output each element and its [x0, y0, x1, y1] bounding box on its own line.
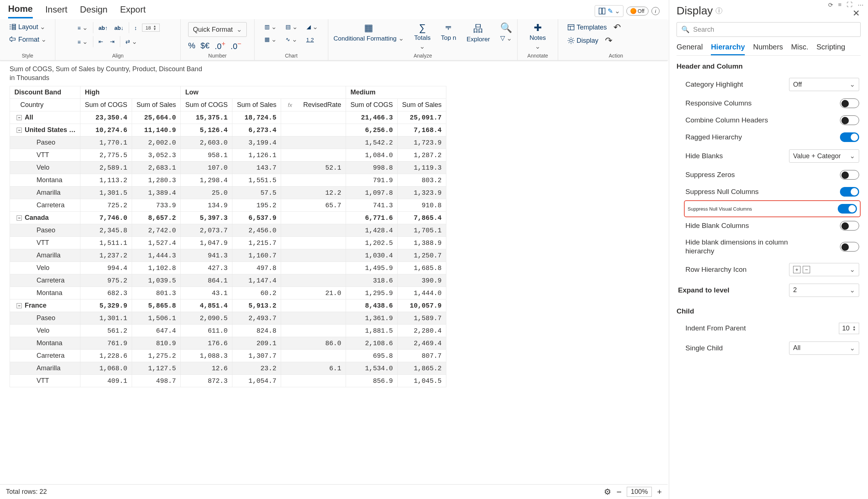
cell-value[interactable]: 2,002.0: [132, 136, 181, 149]
cell-value[interactable]: 1,113.2: [80, 174, 132, 187]
cell-value[interactable]: 1,361.9: [346, 312, 397, 325]
cell-value[interactable]: [281, 312, 346, 325]
combine-headers-toggle[interactable]: [840, 115, 859, 125]
cell-value[interactable]: 134.9: [181, 199, 232, 212]
cell-value[interactable]: 25,091.7: [398, 111, 446, 124]
zoom-level[interactable]: 100%: [627, 487, 652, 497]
cell-value[interactable]: [281, 149, 346, 162]
category-highlight-dropdown[interactable]: Off: [789, 78, 859, 91]
cell-value[interactable]: 1,237.2: [80, 249, 132, 262]
cell-value[interactable]: 1,495.9: [346, 262, 397, 274]
cell-value[interactable]: 7,865.4: [398, 212, 446, 224]
cell-value[interactable]: 1,307.7: [232, 350, 281, 362]
table-row[interactable]: VTT1,511.11,527.41,047.91,215.71,202.51,…: [10, 237, 446, 249]
cell-value[interactable]: 1,202.5: [346, 237, 397, 249]
suppress-null-cols-toggle[interactable]: [840, 187, 859, 197]
expand-icon[interactable]: −: [17, 303, 22, 308]
width-icon[interactable]: ⇄: [124, 37, 139, 46]
cell-value[interactable]: 6,256.0: [346, 124, 397, 136]
increase-decimal-icon[interactable]: .0+: [215, 40, 225, 51]
cell-value[interactable]: [281, 274, 346, 287]
table-row[interactable]: Paseo2,345.82,742.02,073.72,456.01,428.4…: [10, 224, 446, 237]
cell-value[interactable]: 791.9: [346, 174, 397, 187]
cell-value[interactable]: 725.2: [80, 199, 132, 212]
cell-value[interactable]: 1,084.0: [346, 149, 397, 162]
cell-value[interactable]: 1,228.6: [80, 350, 132, 362]
cell-value[interactable]: 941.3: [181, 249, 232, 262]
cell-value[interactable]: 10,274.6: [80, 124, 132, 136]
cell-value[interactable]: 497.8: [232, 262, 281, 274]
cell-value[interactable]: 2,589.1: [80, 162, 132, 174]
line-chart-icon[interactable]: ∿: [284, 35, 299, 44]
band-high[interactable]: High: [80, 86, 181, 99]
cell-value[interactable]: 3,052.3: [132, 149, 181, 162]
band-medium[interactable]: Medium: [346, 86, 446, 99]
table-row[interactable]: Velo2,589.12,683.1107.0143.752.1998.81,1…: [10, 162, 446, 174]
cell-value[interactable]: 1,030.4: [346, 249, 397, 262]
cell-value[interactable]: [281, 237, 346, 249]
cell-value[interactable]: 60.2: [232, 287, 281, 299]
cell-value[interactable]: 1,047.9: [181, 237, 232, 249]
responsive-columns-toggle[interactable]: [840, 98, 859, 108]
cell-value[interactable]: 958.1: [181, 149, 232, 162]
panel-tab-numbers[interactable]: Numbers: [753, 43, 783, 55]
cell-value[interactable]: 7,168.4: [398, 124, 446, 136]
cell-value[interactable]: 390.9: [398, 274, 446, 287]
hide-blank-dims-toggle[interactable]: [840, 242, 859, 252]
table-row[interactable]: Paseo1,301.11,506.12,090.52,493.71,361.9…: [10, 312, 446, 325]
panel-tab-general[interactable]: General: [677, 43, 703, 55]
pivot-table[interactable]: Discount Band High Low Medium Country Su…: [10, 86, 446, 387]
cell-value[interactable]: 2,345.8: [80, 224, 132, 237]
table-row[interactable]: Montana682.3801.343.160.221.01,295.91,44…: [10, 287, 446, 299]
cell-value[interactable]: 52.1: [281, 162, 346, 174]
hide-blanks-dropdown[interactable]: Value + Categor: [789, 149, 859, 163]
cell-value[interactable]: 761.9: [80, 337, 132, 350]
table-row[interactable]: −All23,350.425,664.015,375.118,724.521,4…: [10, 111, 446, 124]
table-row[interactable]: Amarilla1,237.21,444.3941.31,160.71,030.…: [10, 249, 446, 262]
cell-value[interactable]: [281, 174, 346, 187]
zoom-out-icon[interactable]: −: [616, 487, 622, 497]
table-row[interactable]: Amarilla1,068.01,127.512.623.26.11,534.0…: [10, 362, 446, 375]
font-decrease-icon[interactable]: ab↓: [113, 24, 125, 32]
indent-from-parent-input[interactable]: 10 ▲▼: [839, 323, 859, 334]
cell-value[interactable]: 1,323.9: [398, 187, 446, 199]
cell-value[interactable]: 1,039.5: [132, 274, 181, 287]
bar-chart-icon[interactable]: ▥: [263, 22, 278, 32]
outdent-icon[interactable]: ⇤: [97, 38, 105, 46]
cell-value[interactable]: 57.5: [232, 187, 281, 199]
zoom-in-icon[interactable]: +: [657, 487, 662, 497]
cell-value[interactable]: 8,657.2: [132, 212, 181, 224]
cell-value[interactable]: 1,685.8: [398, 262, 446, 274]
cell-value[interactable]: 11,140.9: [132, 124, 181, 136]
expand-icon[interactable]: −: [17, 215, 22, 221]
display-button[interactable]: Display: [566, 36, 600, 45]
cell-value[interactable]: 994.4: [80, 262, 132, 274]
cell-value[interactable]: 7,746.0: [80, 212, 132, 224]
cell-value[interactable]: 803.2: [398, 174, 446, 187]
value-chart-icon[interactable]: 1.2: [305, 36, 315, 44]
info-icon[interactable]: i: [651, 7, 660, 15]
conditional-formatting-button[interactable]: ▦ Conditional Formatting: [333, 22, 404, 42]
cell-value[interactable]: 1,301.5: [80, 187, 132, 199]
cell-value[interactable]: 864.1: [181, 274, 232, 287]
table-row[interactable]: VTT409.1498.7872.31,054.7856.91,045.5: [10, 375, 446, 387]
cell-value[interactable]: 1,068.0: [80, 362, 132, 375]
undo-icon[interactable]: ↶: [613, 22, 621, 32]
cell-value[interactable]: [281, 249, 346, 262]
cell-value[interactable]: 107.0: [181, 162, 232, 174]
table-row[interactable]: −Canada7,746.08,657.25,397.36,537.96,771…: [10, 212, 446, 224]
layout-button[interactable]: Layout: [7, 22, 48, 32]
cell-value[interactable]: 43.1: [181, 287, 232, 299]
cell-value[interactable]: [281, 224, 346, 237]
cell-value[interactable]: 1,250.7: [398, 249, 446, 262]
cell-value[interactable]: 23,350.4: [80, 111, 132, 124]
pin-icon[interactable]: ⟳: [828, 1, 833, 8]
expand-to-level-dropdown[interactable]: 2: [789, 284, 859, 297]
table-row[interactable]: −France5,329.95,865.84,851.45,913.28,438…: [10, 299, 446, 312]
col-low-sales[interactable]: Sum of Sales: [232, 99, 281, 111]
cell-value[interactable]: 1,102.8: [132, 262, 181, 274]
cell-value[interactable]: 2,108.6: [346, 337, 397, 350]
cell-value[interactable]: 12.2: [281, 187, 346, 199]
cell-value[interactable]: 807.7: [398, 350, 446, 362]
cell-value[interactable]: 1,723.9: [398, 136, 446, 149]
